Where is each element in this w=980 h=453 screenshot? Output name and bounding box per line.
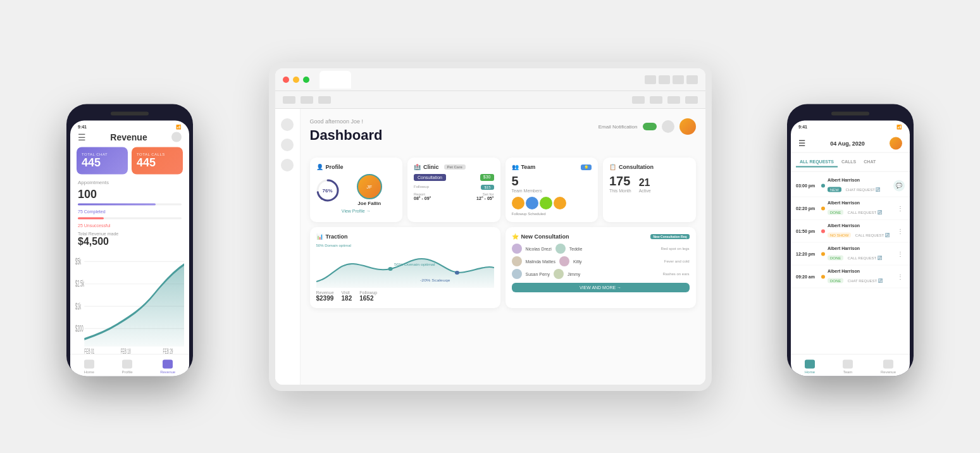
toolbar-icon-7[interactable] [685, 96, 698, 104]
dashboard-bottom-cards: 📊 Traction 50% Domain optimal [310, 227, 696, 308]
traction-revenue-label: Revenue [316, 290, 334, 295]
phone-left-nav-profile[interactable]: Profile [121, 360, 132, 374]
clinic-dates-1: 08° - 09° [414, 196, 431, 201]
request-info-5: Albert Harrison DONE CHAT REQUEST 🔄 [828, 269, 893, 285]
request-type-5: CHAT REQUEST 🔄 [848, 279, 883, 283]
team-avatar-1 [512, 197, 524, 209]
browser-dot-red[interactable] [283, 77, 289, 83]
phone-left-total-calls-label: TOTAL CALLS [137, 152, 178, 156]
view-all-consult-btn[interactable]: VIEW AND MORE → [512, 283, 690, 292]
clinic-card: 🏥 Clinic Pet Care Consultation $30 Follo… [407, 158, 500, 222]
traction-followup-value: 1652 [359, 295, 377, 302]
phone-left-menu-icon[interactable]: ☰ [78, 132, 86, 142]
browser-icon-3[interactable] [673, 75, 684, 84]
request-dot-1 [821, 183, 825, 187]
browser-icon-4[interactable] [686, 75, 698, 84]
toolbar-icon-6[interactable] [667, 96, 680, 104]
patient-name-2: Malinda Mattes [526, 259, 555, 264]
request-action-1[interactable]: 💬 [893, 180, 905, 191]
request-info-2: Albert Harrison DONE CALL REQUEST 🔄 [828, 201, 893, 216]
patient-avatar-1 [512, 244, 522, 254]
sidebar-icon-user[interactable] [281, 118, 294, 131]
request-more-3[interactable]: ⋮ [896, 228, 905, 235]
phone-left-header-avatar[interactable] [171, 132, 182, 142]
browser-tab[interactable] [319, 71, 351, 89]
request-name-2: Albert Harrison [828, 201, 893, 205]
phone-right-tab-chat[interactable]: CHAT [860, 157, 879, 168]
request-dot-4 [821, 252, 825, 256]
svg-text:$2.5k: $2.5k [75, 278, 84, 289]
team-avatar-4 [554, 197, 566, 209]
browser-icon-2[interactable] [659, 75, 670, 84]
phone-right-tab-calls[interactable]: CALLS [838, 157, 860, 168]
new-consult-list: Nicolas Drezi Teddie Red spot on legs Ma… [512, 244, 690, 279]
phone-left-nav-revenue[interactable]: Revenue [160, 360, 175, 374]
clinic-tab-consultation[interactable]: Consultation [414, 174, 446, 181]
phone-right-team-icon [843, 360, 853, 369]
phone-right-nav-revenue[interactable]: Revenue [881, 360, 896, 374]
toolbar-icon-1[interactable] [283, 96, 295, 104]
phone-left-progress-bar-2 [78, 218, 182, 220]
email-toggle[interactable] [643, 123, 657, 130]
new-consult-row-1: Nicolas Drezi Teddie Red spot on legs [512, 244, 690, 254]
team-avatars [512, 197, 592, 209]
browser-bar [275, 68, 705, 91]
request-more-4[interactable]: ⋮ [896, 251, 905, 258]
traction-visit-label: Visit [342, 290, 352, 295]
request-dot-5 [821, 275, 825, 278]
phone-right-revenue-label: Revenue [881, 370, 896, 374]
profile-name: Joe Fallin [343, 201, 397, 206]
toolbar-icon-4[interactable] [632, 96, 645, 104]
consult-count: 175 [609, 174, 631, 189]
clinic-card-title: Clinic [423, 164, 439, 170]
request-status-4: DONE [828, 256, 843, 261]
dashboard-top-cards: 👤 Profile [310, 158, 696, 222]
phone-right-home-label: Home [805, 370, 815, 374]
phone-right-avatar[interactable] [890, 137, 902, 150]
traction-card-icon: 📊 [316, 233, 323, 240]
request-more-2[interactable]: ⋮ [896, 205, 905, 212]
phone-right-date: 04 Aug, 2020 [830, 140, 865, 147]
clinic-followup-label: Followup [414, 185, 429, 190]
phone-right-nav-team[interactable]: Team [843, 360, 853, 374]
phone-left-title: Revenue [110, 132, 147, 142]
browser-dot-green[interactable] [303, 77, 309, 83]
sidebar-icon-3[interactable] [281, 159, 294, 171]
profile-avatar-initial: JF [366, 184, 372, 190]
request-more-5[interactable]: ⋮ [896, 273, 905, 280]
request-item-2: 02:20 pm Albert Harrison DONE CALL REQUE… [791, 197, 910, 220]
browser-dot-yellow[interactable] [293, 77, 299, 83]
profile-view-all[interactable]: View Profile → [316, 206, 397, 216]
sidebar-icon-2[interactable] [281, 139, 294, 151]
phone-right-screen: 9:41 📶 ☰ 04 Aug, 2020 ALL REQUESTS CALLS… [791, 121, 910, 376]
phone-left-notch [111, 112, 149, 116]
team-count: 5 [512, 174, 592, 189]
traction-followup-label: Followup [359, 290, 377, 295]
phone-left-total-chat-value: 445 [82, 156, 123, 170]
request-status-3: NO SHOW [828, 233, 851, 238]
phone-left-total-chat-card: TOTAL CHAT 445 [77, 147, 128, 175]
header-avatar-2[interactable] [679, 118, 696, 135]
phone-right-device: 9:41 📶 ☰ 04 Aug, 2020 ALL REQUESTS CALLS… [787, 104, 914, 376]
profile-card: 👤 Profile [310, 158, 403, 222]
phone-right-home-icon [805, 360, 815, 369]
phone-left-progress-bar-1 [78, 204, 182, 206]
clinic-badge-green: $30 [480, 174, 494, 181]
phone-left-profile-icon [122, 360, 132, 369]
phone-right-menu-icon[interactable]: ☰ [798, 139, 805, 148]
toolbar-icon-3[interactable] [318, 96, 331, 104]
request-info-4: Albert Harrison DONE CALL REQUEST 🔄 [828, 246, 893, 262]
phone-left-nav-home[interactable]: Home [84, 360, 94, 374]
phone-right-tab-all-requests[interactable]: ALL REQUESTS [796, 157, 838, 168]
header-avatar-1[interactable] [662, 120, 674, 133]
toolbar-icon-2[interactable] [301, 96, 313, 104]
consult-card-title: Consultation [619, 164, 654, 170]
svg-text:FEB 18: FEB 18 [121, 347, 131, 354]
request-type-4: CALL REQUEST 🔄 [848, 256, 882, 260]
browser-icon-1[interactable] [645, 75, 656, 84]
svg-point-2 [388, 267, 392, 271]
request-name-1: Albert Harrison [828, 178, 891, 182]
phone-right-nav-home[interactable]: Home [805, 360, 815, 374]
request-item-5: 09:20 am Albert Harrison DONE CHAT REQUE… [791, 266, 910, 289]
toolbar-icon-5[interactable] [650, 96, 662, 104]
